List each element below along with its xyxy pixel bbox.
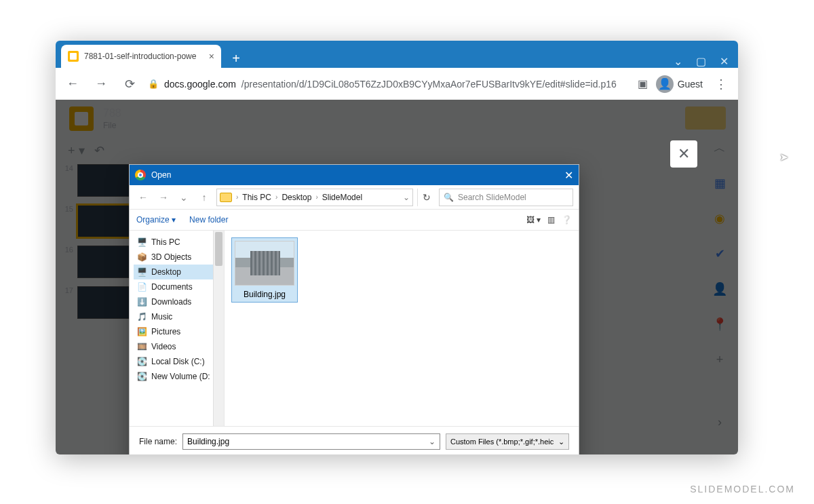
nav-up-icon[interactable]: ↑	[196, 189, 212, 206]
slides-app-area: 788 File + ▾ ↶ 14 15 16 17 ︿ ▦ ◉ ✔ 👤 📍 +…	[56, 100, 738, 454]
preview-pane-button[interactable]: ▥	[547, 215, 555, 225]
tab-title: 7881-01-self-introduction-powe	[84, 52, 204, 61]
slides-favicon-icon	[68, 51, 79, 62]
watermark: SLIDEMODEL.COM	[690, 484, 795, 495]
tree-item-label: Music	[151, 312, 172, 322]
tree-item[interactable]: 🎵Music	[134, 309, 222, 324]
tree-item-label: This PC	[151, 237, 180, 247]
help-icon[interactable]: ❔	[562, 215, 572, 225]
new-tab-button[interactable]: +	[227, 49, 246, 68]
dialog-title: Open	[151, 170, 171, 180]
chevron-down-icon[interactable]: ⌄	[403, 193, 410, 202]
dialog-toolbar: Organize ▾ New folder 🖼 ▾ ▥ ❔	[130, 210, 579, 230]
tree-item-label: Videos	[151, 342, 176, 351]
dialog-close-button[interactable]: ✕	[564, 169, 573, 182]
tree-item-icon: 🎞️	[136, 341, 147, 352]
tab-strip: 7881-01-self-introduction-powe × + ⌄ ▢ ✕	[56, 41, 738, 68]
dialog-titlebar: Open ✕	[130, 165, 579, 185]
dialog-body: 🖥️This PC📦3D Objects🖥️Desktop📄Documents⬇…	[130, 230, 579, 427]
url-path: /presentation/d/1D9CiL08o5T6ZzJD0xB9CYyM…	[241, 79, 617, 90]
breadcrumb[interactable]: › This PC › Desktop › SlideModel ⌄	[216, 189, 413, 206]
tree-item-label: New Volume (D:	[151, 372, 210, 381]
new-folder-button[interactable]: New folder	[189, 215, 228, 225]
url-host: docs.google.com	[164, 79, 236, 90]
overlay-close-button[interactable]: ✕	[670, 140, 697, 168]
tree-item[interactable]: 🖥️Desktop	[134, 265, 222, 279]
tree-item[interactable]: ⬇️Downloads	[134, 294, 222, 309]
tree-item-label: Pictures	[151, 327, 180, 336]
filename-value: Building.jpg	[187, 437, 229, 446]
avatar-icon: 👤	[656, 75, 674, 93]
nav-back-button[interactable]: ←	[62, 74, 83, 94]
file-list[interactable]: Building.jpg	[225, 231, 579, 426]
chevron-down-icon[interactable]: ⌄	[176, 189, 192, 206]
scrollbar[interactable]	[213, 231, 224, 426]
nav-back-icon[interactable]: ←	[135, 189, 151, 206]
crumb-segment[interactable]: This PC	[242, 193, 271, 202]
nav-forward-icon[interactable]: →	[155, 189, 172, 206]
browser-tab[interactable]: 7881-01-self-introduction-powe ×	[61, 45, 221, 68]
tree-item[interactable]: 💽Local Disk (C:)	[134, 354, 222, 369]
dialog-nav-row: ← → ⌄ ↑ › This PC › Desktop › SlideModel…	[130, 185, 579, 210]
kebab-menu-icon[interactable]: ⋮	[711, 74, 731, 94]
tree-item-label: Downloads	[151, 297, 191, 307]
file-item[interactable]: Building.jpg	[231, 237, 298, 303]
tab-close-icon[interactable]: ×	[209, 51, 214, 62]
filetype-value: Custom Files (*.bmp;*.gif;*.heic	[450, 438, 554, 446]
tree-item-label: 3D Objects	[151, 252, 191, 262]
folder-tree: 🖥️This PC📦3D Objects🖥️Desktop📄Documents⬇…	[130, 231, 225, 426]
tree-item[interactable]: 📄Documents	[134, 279, 222, 294]
chrome-icon	[135, 170, 146, 180]
file-name: Building.jpg	[244, 290, 286, 299]
search-icon: 🔍	[444, 193, 454, 202]
tree-item-icon: 🖥️	[136, 237, 147, 248]
tree-item-icon: 💽	[136, 356, 147, 367]
profile-label: Guest	[678, 79, 703, 90]
tree-item-icon: 🖥️	[136, 267, 147, 277]
tree-item-label: Local Disk (C:)	[151, 357, 205, 366]
address-bar[interactable]: 🔒 docs.google.com /presentation/d/1D9CiL…	[148, 79, 629, 90]
file-open-dialog: Open ✕ ← → ⌄ ↑ › This PC › Desktop › Sli…	[129, 164, 579, 454]
window-minimize-icon[interactable]: ⌄	[674, 55, 682, 68]
filename-input[interactable]: Building.jpg ⌄	[182, 433, 440, 450]
browser-window: 7881-01-self-introduction-powe × + ⌄ ▢ ✕…	[56, 41, 738, 454]
address-bar-row: ← → ⟳ 🔒 docs.google.com /presentation/d/…	[56, 68, 738, 100]
browser-top-chrome: 7881-01-self-introduction-powe × + ⌄ ▢ ✕…	[56, 41, 738, 100]
tree-item-icon: 🎵	[136, 311, 147, 322]
tree-item[interactable]: 🖼️Pictures	[134, 324, 222, 339]
lock-icon: 🔒	[148, 79, 159, 89]
tree-item[interactable]: 📦3D Objects	[134, 250, 222, 265]
profile-chip[interactable]: 👤 Guest	[656, 75, 703, 93]
refresh-button[interactable]: ↻	[417, 189, 435, 206]
window-close-icon[interactable]: ✕	[720, 55, 729, 68]
tree-item-icon: 🖼️	[136, 326, 147, 337]
reader-mode-icon[interactable]: ▣	[638, 77, 648, 90]
view-mode-button[interactable]: 🖼 ▾	[526, 215, 541, 225]
window-maximize-icon[interactable]: ▢	[696, 55, 706, 68]
tree-item-icon: ⬇️	[136, 296, 147, 307]
filetype-select[interactable]: Custom Files (*.bmp;*.gif;*.heic ⌄	[446, 433, 569, 450]
search-input[interactable]: 🔍 Search SlideModel	[439, 189, 573, 206]
organize-menu[interactable]: Organize ▾	[136, 215, 176, 225]
tree-item[interactable]: 🎞️Videos	[134, 339, 222, 354]
nav-forward-button[interactable]: →	[91, 74, 111, 94]
file-thumbnail	[235, 241, 294, 286]
tree-item[interactable]: 🖥️This PC	[134, 235, 222, 250]
tree-item-label: Desktop	[151, 267, 181, 277]
dialog-footer: File name: Building.jpg ⌄ Custom Files (…	[130, 427, 579, 454]
folder-icon	[220, 193, 232, 202]
chevron-down-icon: ⌄	[558, 438, 564, 446]
mouse-cursor-icon: ➤	[779, 151, 788, 163]
crumb-segment[interactable]: Desktop	[282, 193, 311, 202]
crumb-segment[interactable]: SlideModel	[322, 193, 362, 202]
chevron-down-icon[interactable]: ⌄	[429, 437, 435, 446]
tree-item-icon: 📄	[136, 282, 147, 292]
tree-item-icon: 📦	[136, 252, 147, 263]
tree-item-label: Documents	[151, 282, 193, 292]
filename-label: File name:	[139, 437, 177, 446]
tree-item[interactable]: 💽New Volume (D:	[134, 369, 222, 384]
tree-item-icon: 💽	[136, 371, 147, 382]
nav-reload-button[interactable]: ⟳	[119, 74, 140, 94]
search-placeholder: Search SlideModel	[458, 193, 526, 202]
